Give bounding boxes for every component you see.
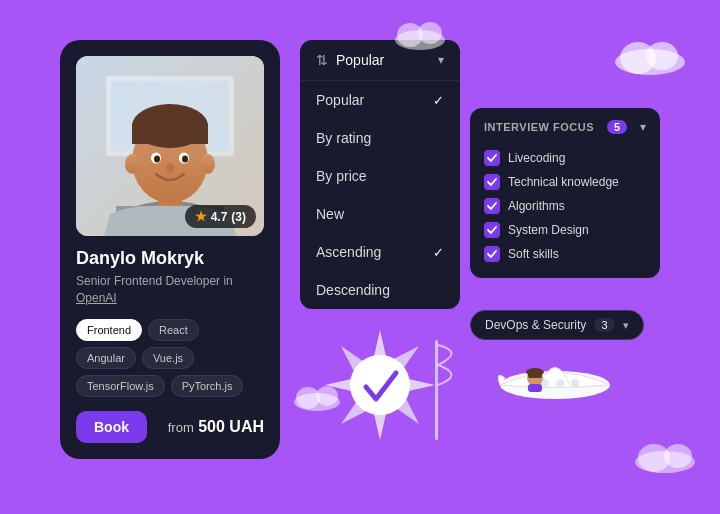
company-link[interactable]: OpenAI bbox=[76, 291, 117, 305]
book-row: Book from 500 UAH bbox=[76, 411, 264, 443]
price-info: from 500 UAH bbox=[168, 418, 264, 436]
svg-point-28 bbox=[556, 379, 564, 387]
focus-count-badge: 5 bbox=[607, 120, 627, 134]
book-button[interactable]: Book bbox=[76, 411, 147, 443]
sort-item-by-price[interactable]: By price bbox=[300, 157, 460, 195]
focus-label-algorithms: Algorithms bbox=[508, 199, 565, 213]
svg-rect-31 bbox=[528, 384, 542, 392]
svg-rect-33 bbox=[528, 372, 542, 378]
panel-header: INTERVIEW FOCUS 5 ▾ bbox=[484, 120, 646, 134]
tag-react[interactable]: React bbox=[148, 319, 199, 341]
svg-point-42 bbox=[316, 386, 338, 406]
panel-title: INTERVIEW FOCUS bbox=[484, 121, 594, 133]
devops-count: 3 bbox=[594, 318, 614, 332]
tag-vuejs[interactable]: Vue.js bbox=[142, 347, 194, 369]
focus-item-algorithms: Algorithms bbox=[484, 194, 646, 218]
svg-point-29 bbox=[571, 379, 579, 387]
focus-item-soft-skills: Soft skills bbox=[484, 242, 646, 266]
star-icon: ★ bbox=[195, 209, 207, 224]
cloud-bottom-right bbox=[630, 434, 700, 474]
sort-chevron-icon: ▾ bbox=[438, 53, 444, 67]
svg-rect-25 bbox=[435, 340, 438, 440]
focus-label-system-design: System Design bbox=[508, 223, 589, 237]
svg-point-39 bbox=[418, 22, 442, 44]
focus-checkbox-technical[interactable] bbox=[484, 174, 500, 190]
focus-checkbox-livecoding[interactable] bbox=[484, 150, 500, 166]
price-amount: 500 UAH bbox=[198, 418, 264, 435]
svg-point-24 bbox=[350, 355, 410, 415]
sort-item-descending[interactable]: Descending bbox=[300, 271, 460, 309]
profile-role: Senior Frontend Developer in OpenAI bbox=[76, 273, 264, 307]
sort-arrows-icon: ⇅ bbox=[316, 52, 328, 68]
tag-pytorch[interactable]: PyTorch.js bbox=[171, 375, 244, 397]
focus-label-technical: Technical knowledge bbox=[508, 175, 619, 189]
rating-badge: ★ 4.7 (3) bbox=[185, 205, 256, 228]
tags-container: Frontend React Angular Vue.js TensorFlow… bbox=[76, 319, 264, 397]
focus-item-livecoding: Livecoding bbox=[484, 146, 646, 170]
panel-chevron-icon[interactable]: ▾ bbox=[640, 120, 646, 134]
focus-label-livecoding: Livecoding bbox=[508, 151, 565, 165]
svg-point-14 bbox=[125, 154, 139, 174]
tag-angular[interactable]: Angular bbox=[76, 347, 136, 369]
sort-header-label: Popular bbox=[336, 52, 384, 68]
cloud-bottom-left bbox=[290, 380, 345, 412]
svg-point-11 bbox=[154, 156, 160, 163]
svg-point-45 bbox=[664, 444, 692, 468]
svg-rect-8 bbox=[132, 124, 208, 144]
profile-card: ★ 4.7 (3) Danylo Mokryk Senior Frontend … bbox=[60, 40, 280, 459]
price-from-label: from bbox=[168, 420, 194, 435]
tag-tensorflow[interactable]: TensorFlow.js bbox=[76, 375, 165, 397]
svg-point-12 bbox=[182, 156, 188, 163]
sort-dropdown: ⇅ Popular ▾ Popular ✓ By rating By price… bbox=[300, 40, 460, 309]
focus-label-soft-skills: Soft skills bbox=[508, 247, 559, 261]
sort-item-popular[interactable]: Popular ✓ bbox=[300, 81, 460, 119]
sort-check-ascending: ✓ bbox=[433, 245, 444, 260]
focus-checkbox-algorithms[interactable] bbox=[484, 198, 500, 214]
sort-item-new[interactable]: New bbox=[300, 195, 460, 233]
focus-checkbox-soft-skills[interactable] bbox=[484, 246, 500, 262]
svg-point-13 bbox=[166, 163, 174, 173]
cloud-top-mid bbox=[390, 15, 450, 50]
interview-focus-panel: INTERVIEW FOCUS 5 ▾ Livecoding Technical… bbox=[470, 108, 660, 278]
profile-name: Danylo Mokryk bbox=[76, 248, 264, 269]
focus-item-technical: Technical knowledge bbox=[484, 170, 646, 194]
svg-point-36 bbox=[646, 42, 678, 70]
tag-frontend[interactable]: Frontend bbox=[76, 319, 142, 341]
focus-checkbox-system-design[interactable] bbox=[484, 222, 500, 238]
sort-check-popular: ✓ bbox=[433, 93, 444, 108]
sort-item-by-rating[interactable]: By rating bbox=[300, 119, 460, 157]
focus-item-system-design: System Design bbox=[484, 218, 646, 242]
cloud-top-right bbox=[610, 30, 690, 75]
svg-point-15 bbox=[201, 154, 215, 174]
sort-item-ascending[interactable]: Ascending ✓ bbox=[300, 233, 460, 271]
devops-chevron-icon: ▾ bbox=[623, 319, 629, 332]
illustration-airplane bbox=[490, 340, 620, 420]
profile-photo: ★ 4.7 (3) bbox=[76, 56, 264, 236]
